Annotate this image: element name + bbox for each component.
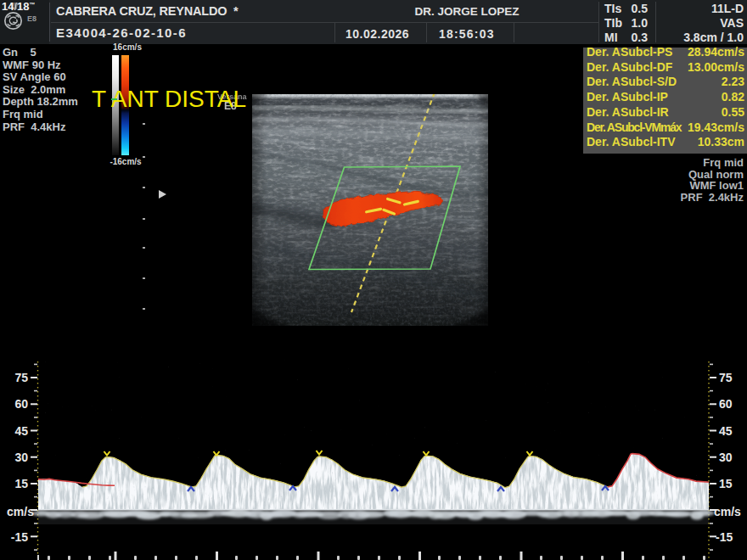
svg-text:60: 60 bbox=[14, 397, 28, 411]
svg-text:45: 45 bbox=[719, 424, 733, 438]
svg-text:-15: -15 bbox=[11, 530, 28, 544]
svg-text:-15: -15 bbox=[716, 530, 733, 544]
svg-text:60: 60 bbox=[719, 397, 733, 411]
svg-text:15: 15 bbox=[14, 477, 28, 490]
svg-text:cm/s: cm/s bbox=[7, 505, 34, 518]
svg-text:cm/s: cm/s bbox=[714, 505, 741, 518]
svg-text:75: 75 bbox=[14, 371, 28, 384]
svg-text:15: 15 bbox=[719, 477, 733, 490]
svg-text:45: 45 bbox=[14, 424, 28, 438]
svg-text:75: 75 bbox=[719, 371, 733, 384]
svg-text:30: 30 bbox=[719, 451, 733, 464]
svg-text:30: 30 bbox=[14, 451, 28, 464]
